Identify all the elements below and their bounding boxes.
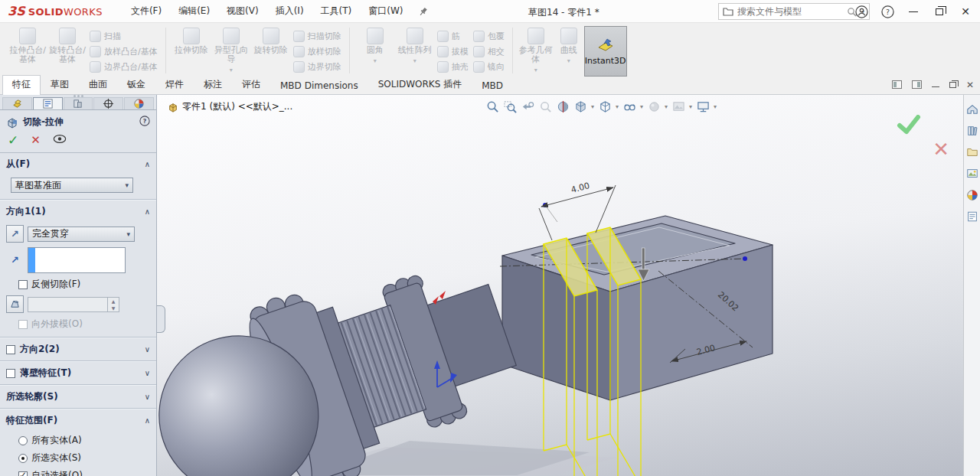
minimize-button[interactable] — [900, 0, 926, 23]
curves-button[interactable]: 曲线▾ — [554, 26, 584, 66]
direction2-section-header[interactable]: 方向2(2)∨ — [0, 338, 156, 360]
home-icon[interactable] — [965, 103, 978, 116]
edit-appearance-caret[interactable]: ▾ — [665, 103, 668, 110]
direction-selection-box[interactable] — [28, 247, 126, 273]
swept-boss-button[interactable]: 扫描 — [90, 30, 158, 42]
file-explorer-icon[interactable] — [965, 145, 978, 158]
wrap-button[interactable]: 包覆 — [473, 30, 505, 42]
restore-button[interactable] — [926, 0, 952, 23]
pm-help-icon[interactable]: ? — [139, 116, 150, 129]
draft-onoff-button[interactable] — [6, 295, 24, 313]
document-breadcrumb[interactable]: 零件1 (默认) <<默认>_... — [168, 100, 292, 113]
flip-side-checkbox[interactable] — [18, 280, 28, 289]
draft-angle-spinner[interactable]: ▲▼ — [28, 297, 119, 312]
linear-pattern-button[interactable]: 线性阵列▾ — [395, 26, 435, 66]
linear-pattern-caret[interactable]: ▾ — [413, 57, 416, 66]
revolved-boss-button[interactable]: 旋转凸台/基体 — [47, 26, 87, 64]
view-settings-caret[interactable]: ▾ — [714, 103, 717, 110]
tab-features[interactable]: 特征 — [2, 75, 41, 95]
ok-button[interactable]: ✓ — [8, 135, 18, 145]
hide-show-caret[interactable]: ▾ — [640, 103, 643, 110]
search-input[interactable] — [737, 6, 843, 17]
all-bodies-radio[interactable] — [18, 436, 28, 445]
menu-view[interactable]: 视图(V) — [218, 1, 267, 21]
direction1-section-header[interactable]: 方向1(1)∧ — [0, 201, 156, 223]
expand-chevron-icon[interactable]: ∨ — [145, 345, 150, 354]
hole-wizard-button[interactable]: 异型孔向导▾ — [211, 26, 251, 75]
start-condition-dropdown[interactable]: 草图基准面▾ — [11, 178, 133, 193]
design-library-icon[interactable] — [965, 124, 978, 137]
collapse-left-pane-icon[interactable] — [892, 80, 902, 89]
spin-up-icon[interactable]: ▲ — [108, 298, 119, 305]
search-box[interactable]: ▾ — [718, 3, 870, 20]
user-account-icon[interactable] — [848, 0, 874, 23]
expand-chevron-icon[interactable]: ∨ — [145, 369, 150, 377]
extruded-cut-button[interactable]: 拉伸切除 — [172, 26, 211, 55]
hide-show-items-icon[interactable] — [622, 99, 637, 114]
confirmation-ok-icon[interactable] — [897, 115, 921, 137]
thin-feature-section-header[interactable]: 薄壁特征(T)∨ — [0, 362, 156, 384]
menu-insert[interactable]: 插入(I) — [267, 1, 312, 21]
graphics-viewport[interactable]: 零件1 (默认) <<默认>_... ▾ ▾ ▾ ▾ ▾ ▾ ✕ — [157, 95, 963, 476]
swept-cut-button[interactable]: 扫描切除 — [293, 30, 341, 42]
previous-view-icon[interactable] — [520, 99, 535, 114]
collapse-right-pane-icon[interactable] — [912, 80, 922, 89]
tab-mbd[interactable]: MBD — [472, 77, 513, 94]
boundary-cut-button[interactable]: 边界切除 — [293, 60, 341, 73]
view-settings-icon[interactable] — [695, 99, 710, 114]
end-condition-dropdown[interactable]: 完全贯穿▾ — [28, 227, 135, 242]
apply-scene-caret[interactable]: ▾ — [689, 103, 692, 110]
doc-restore-button[interactable] — [949, 82, 956, 88]
close-button[interactable]: ✕ — [952, 0, 978, 23]
selected-contours-section-header[interactable]: 所选轮廓(S)∨ — [0, 386, 156, 408]
edit-appearance-icon[interactable] — [646, 99, 662, 114]
menu-tools[interactable]: 工具(T) — [312, 1, 361, 21]
selected-bodies-radio[interactable] — [18, 454, 28, 463]
intersect-button[interactable]: 相交 — [473, 45, 505, 57]
collapse-chevron-icon[interactable]: ∧ — [145, 160, 150, 168]
section-view-icon[interactable] — [555, 99, 570, 114]
auto-select-checkbox[interactable] — [18, 471, 28, 476]
custom-properties-icon[interactable] — [965, 210, 978, 223]
boundary-boss-button[interactable]: 边界凸台/基体 — [90, 60, 158, 73]
doc-close-button[interactable]: ✕ — [966, 81, 974, 89]
show-preview-icon[interactable] — [53, 134, 67, 146]
extruded-boss-button[interactable]: 拉伸凸台/基体 — [8, 26, 47, 64]
view-orientation-caret[interactable]: ▾ — [591, 103, 594, 110]
featuremanager-tab[interactable] — [2, 97, 32, 109]
model-canvas[interactable]: 4.00 20.02 2.00 — [157, 95, 963, 476]
cylinder-assembly[interactable] — [157, 230, 534, 476]
help-icon[interactable]: ? — [874, 0, 900, 23]
fillet-caret[interactable]: ▾ — [374, 57, 377, 66]
zoom-to-selection-icon[interactable] — [537, 99, 553, 114]
tab-mbd-dimensions[interactable]: MBD Dimensions — [270, 77, 368, 94]
configurationmanager-tab[interactable] — [64, 97, 93, 109]
pin-menu-icon[interactable] — [418, 6, 429, 17]
mirror-button[interactable]: 镜向 — [473, 60, 505, 73]
tab-solidworks-addins[interactable]: SOLIDWORKS 插件 — [368, 75, 472, 94]
expand-chevron-icon[interactable]: ∨ — [145, 393, 150, 401]
revolved-cut-button[interactable]: 旋转切除 — [251, 26, 291, 55]
lofted-boss-button[interactable]: 放样凸台/基体 — [90, 45, 158, 57]
view-palette-icon[interactable] — [965, 167, 978, 180]
instant3d-button[interactable]: Instant3D — [584, 26, 627, 77]
propertymanager-tab[interactable] — [33, 97, 63, 109]
sketch-point[interactable] — [743, 256, 747, 261]
reference-geometry-caret[interactable]: ▾ — [534, 66, 537, 75]
reference-geometry-button[interactable]: 参考几何体▾ — [518, 26, 554, 75]
view-orientation-icon[interactable] — [573, 99, 588, 114]
tab-sheet-metal[interactable]: 钣金 — [117, 75, 155, 94]
thin-feature-checkbox[interactable] — [6, 369, 15, 378]
display-style-caret[interactable]: ▾ — [616, 103, 619, 110]
reverse-direction-button[interactable]: ↗ — [6, 225, 24, 243]
spin-down-icon[interactable]: ▼ — [108, 305, 119, 311]
zoom-fit-icon[interactable] — [485, 99, 500, 114]
tab-evaluate[interactable]: 评估 — [232, 75, 270, 94]
draft-outward-checkbox[interactable] — [18, 320, 28, 329]
doc-minimize-button[interactable] — [932, 86, 939, 87]
hole-wizard-caret[interactable]: ▾ — [230, 66, 233, 75]
menu-window[interactable]: 窗口(W) — [360, 1, 411, 21]
zoom-area-icon[interactable] — [502, 99, 518, 114]
panel-splitter-grip[interactable] — [157, 305, 165, 333]
lofted-cut-button[interactable]: 放样切除 — [293, 45, 341, 57]
